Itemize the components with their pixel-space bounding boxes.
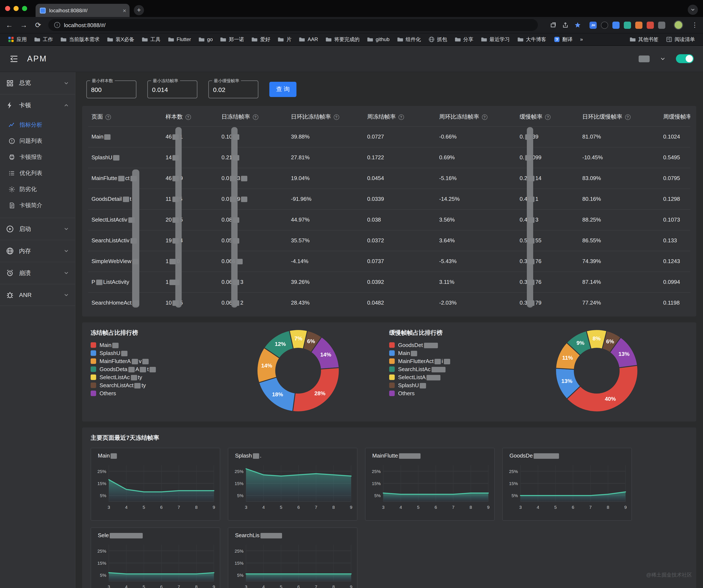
bookmark-item[interactable]: 最近学习	[477, 34, 514, 44]
theme-toggle[interactable]	[676, 54, 694, 63]
legend-item[interactable]: SelectListA	[389, 374, 451, 381]
sidebar-subitem-degrade[interactable]: 防劣化	[0, 181, 75, 198]
legend-item[interactable]: MainFlutterActi	[389, 358, 451, 364]
legend-item[interactable]: Others	[389, 390, 451, 397]
language-flag[interactable]	[639, 55, 650, 62]
help-icon[interactable]: ?	[253, 114, 258, 120]
bookmark-item[interactable]: 工作	[30, 34, 57, 44]
profile-avatar[interactable]	[674, 20, 683, 30]
help-icon[interactable]: ?	[333, 114, 339, 120]
legend-item[interactable]: Main	[389, 350, 451, 356]
help-icon[interactable]: ?	[625, 114, 630, 120]
bookmark-item[interactable]: 郑一诺	[217, 34, 248, 44]
bookmark-item[interactable]: AAR	[295, 35, 322, 44]
legend-item[interactable]: GoodsDetaAt	[91, 366, 157, 372]
bookmark-item[interactable]: 爱好	[248, 34, 274, 44]
sidebar-subitem-report[interactable]: 卡顿报告	[0, 149, 75, 165]
bookmark-item[interactable]: 将要完成的	[322, 34, 363, 44]
bookmark-item[interactable]: github	[363, 35, 393, 44]
page-name-cell: GoodsDetailt	[88, 189, 162, 209]
table-cell: 1	[162, 272, 218, 292]
legend-swatch	[91, 383, 96, 388]
chevron-down-icon[interactable]	[660, 56, 666, 62]
browser-tab[interactable]: localhost:8088/#/ ×	[35, 4, 130, 17]
sidebar-item-memory[interactable]: 内存	[0, 240, 75, 262]
sidebar-item-crash[interactable]: 崩溃	[0, 262, 75, 284]
legend-item[interactable]: SplashU	[91, 350, 157, 356]
ext-orange-icon[interactable]	[635, 21, 642, 28]
bookmark-item[interactable]: 其他书签	[626, 34, 662, 44]
legend-item[interactable]: SelectListActy	[91, 374, 157, 381]
help-icon[interactable]: ?	[105, 114, 111, 120]
redaction-mark	[118, 176, 124, 181]
legend-item[interactable]: SearchListAc	[389, 366, 451, 372]
maximize-window-button[interactable]	[22, 6, 27, 11]
bookmark-item[interactable]: 翻译	[550, 34, 576, 44]
bookmark-item[interactable]: 应用	[4, 34, 30, 44]
table-cell: 0.1722	[364, 147, 436, 168]
bookmark-item[interactable]: 装X必备	[103, 34, 138, 44]
legend-item[interactable]: SplashU	[389, 382, 451, 389]
collapse-sidebar-icon[interactable]	[9, 54, 19, 63]
sidebar-subitem-issues[interactable]: 问题列表	[0, 133, 75, 149]
sidebar-subitem-intro[interactable]: 卡顿简介	[0, 198, 75, 214]
help-icon[interactable]: ?	[185, 114, 191, 120]
svg-text:5%: 5%	[100, 493, 106, 498]
sidebar-item-jank[interactable]: 卡顿	[0, 94, 75, 116]
bookmark-item[interactable]: 组件化	[393, 34, 425, 44]
bookmark-item[interactable]: 阅读清单	[662, 34, 699, 44]
sidebar-item-anr[interactable]: ANR	[0, 284, 75, 306]
sidebar-item-overview[interactable]: 总览	[0, 72, 75, 94]
legend-item[interactable]: GoodsDet	[389, 342, 451, 348]
bookmark-star-icon[interactable]	[574, 22, 581, 28]
close-window-button[interactable]	[5, 6, 10, 11]
legend-item[interactable]: MainFlutterAv	[91, 358, 157, 364]
sidebar-subitem-metrics[interactable]: 指标分析	[0, 117, 75, 133]
bookmark-item[interactable]: Flutter	[164, 35, 195, 44]
help-icon[interactable]: ?	[545, 114, 551, 120]
bookmark-item[interactable]: 片	[274, 34, 295, 44]
help-icon[interactable]: ?	[482, 114, 487, 120]
ext-translate-icon[interactable]	[612, 21, 620, 28]
ext-red-icon[interactable]	[647, 21, 654, 28]
address-bar[interactable]: i localhost:8088/#/	[48, 19, 538, 31]
ext-puzzle-icon[interactable]	[658, 21, 665, 28]
bookmark-item[interactable]: »	[576, 35, 587, 44]
bookmark-item[interactable]: go	[195, 35, 217, 44]
legend-item[interactable]: SearchListActty	[91, 382, 157, 389]
forward-button[interactable]: →	[19, 21, 28, 28]
bookmark-item[interactable]: 大牛博客	[514, 34, 550, 44]
query-button[interactable]: 查 询	[269, 82, 297, 97]
trend-card-chart: 25%15%5%3456789	[94, 540, 216, 588]
ext-jh-icon[interactable]: JH	[590, 21, 597, 28]
tab-search-caret-icon[interactable]	[688, 5, 698, 15]
donut-segment[interactable]	[293, 368, 339, 412]
redaction-mark	[420, 383, 426, 389]
bookmark-item[interactable]: 工具	[138, 34, 164, 44]
legend-item[interactable]: Others	[91, 390, 157, 397]
svg-text:9: 9	[624, 505, 627, 510]
help-icon[interactable]: ?	[398, 114, 404, 120]
reload-button[interactable]: ⟳	[34, 21, 43, 28]
sidebar-item-launch[interactable]: 启动	[0, 218, 75, 240]
bookmark-item[interactable]: 抓包	[425, 34, 451, 44]
bookmark-item[interactable]: 当前版本需求	[57, 34, 103, 44]
legend-item[interactable]: Main	[91, 342, 157, 348]
open-in-new-icon[interactable]	[550, 22, 556, 28]
min-freeze-field[interactable]: 最小冻结帧率	[147, 80, 198, 98]
tab-close-icon[interactable]: ×	[123, 7, 126, 13]
back-button[interactable]: ←	[5, 21, 13, 28]
bookmark-item[interactable]: 分享	[451, 34, 477, 44]
ext-dark-circle-icon[interactable]	[601, 21, 608, 28]
sidebar-subitem-optimize[interactable]: 优化列表	[0, 165, 75, 181]
svg-text:8: 8	[332, 584, 335, 588]
site-info-icon[interactable]: i	[54, 22, 60, 28]
min-sample-field[interactable]: 最小样本数	[86, 80, 136, 98]
svg-text:9: 9	[213, 584, 215, 588]
new-tab-button[interactable]: +	[134, 5, 144, 15]
ext-teal-icon[interactable]	[624, 21, 631, 28]
minimize-window-button[interactable]	[13, 6, 19, 11]
share-icon[interactable]	[562, 22, 569, 28]
min-slow-field[interactable]: 最小缓慢帧率	[208, 80, 258, 98]
browser-menu-icon[interactable]: ⋮	[692, 21, 698, 29]
